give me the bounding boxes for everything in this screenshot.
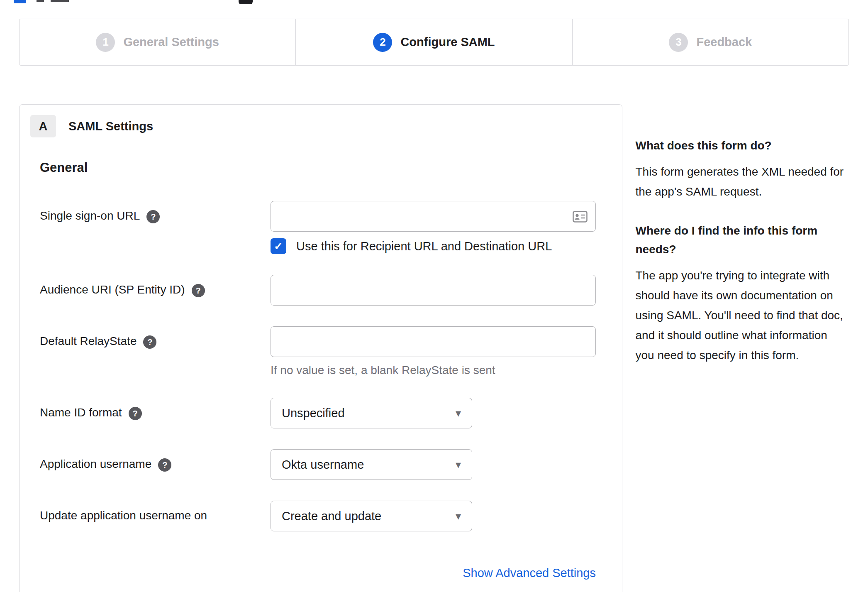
help-icon[interactable]: ? [129, 407, 142, 420]
field-label-cell: Default RelayState ? [40, 326, 271, 377]
name-id-format-select[interactable]: Unspecified ▾ [271, 398, 472, 428]
field-row-relay-state: Default RelayState ? If no value is set,… [20, 326, 622, 377]
help-icon[interactable]: ? [143, 335, 156, 349]
help-icon[interactable]: ? [158, 458, 171, 472]
field-row-update-username: Update application username on Create an… [20, 501, 622, 531]
chevron-down-icon: ▾ [456, 511, 461, 521]
field-label-cell: Application username ? [40, 449, 271, 480]
field-label-cell: Single sign-on URL ? [40, 201, 271, 254]
saml-settings-panel: A SAML Settings General Single sign-on U… [19, 104, 622, 592]
cropped-header-icon-fragment [239, 0, 253, 4]
application-username-label: Application username [40, 457, 151, 471]
check-icon: ✓ [274, 240, 283, 253]
general-group-title: General [40, 160, 622, 175]
field-row-audience-uri: Audience URI (SP Entity ID) ? [20, 275, 622, 306]
help-sidebar: What does this form do? This form genera… [636, 104, 849, 385]
field-label-cell: Audience URI (SP Entity ID) ? [40, 275, 271, 306]
show-advanced-settings-link[interactable]: Show Advanced Settings [463, 566, 596, 580]
recipient-url-checkbox-row: ✓ Use this for Recipient URL and Destina… [271, 238, 622, 254]
sidebar-question-2: Where do I find the info this form needs… [636, 222, 849, 259]
audience-uri-input[interactable] [271, 275, 596, 306]
single-sign-on-url-input[interactable] [271, 201, 596, 232]
help-icon[interactable]: ? [146, 210, 160, 223]
step-number-badge: 2 [373, 33, 392, 52]
cropped-header-fragment [37, 0, 44, 2]
default-relay-state-input[interactable] [271, 326, 596, 357]
wizard-stepper: 1 General Settings 2 Configure SAML 3 Fe… [19, 19, 849, 66]
selected-value: Create and update [282, 509, 381, 523]
update-username-label: Update application username on [40, 509, 207, 522]
relay-state-label: Default RelayState [40, 335, 137, 348]
field-label-cell: Update application username on [40, 501, 271, 531]
help-icon[interactable]: ? [192, 284, 205, 297]
step-feedback[interactable]: 3 Feedback [572, 19, 848, 65]
chevron-down-icon: ▾ [456, 459, 461, 470]
section-header: A SAML Settings [30, 115, 622, 137]
step-number-badge: 1 [96, 33, 115, 52]
selected-value: Unspecified [282, 406, 345, 420]
field-label-cell: Name ID format ? [40, 398, 271, 428]
field-row-name-id-format: Name ID format ? Unspecified ▾ [20, 398, 622, 428]
selected-value: Okta username [282, 458, 364, 472]
contact-card-icon[interactable] [573, 211, 588, 223]
section-title: SAML Settings [68, 120, 153, 133]
field-row-sso-url: Single sign-on URL ? ✓ [20, 201, 622, 254]
section-badge: A [30, 115, 56, 137]
update-username-select[interactable]: Create and update ▾ [271, 501, 472, 531]
chevron-down-icon: ▾ [456, 408, 461, 418]
sidebar-answer-2: The app you're trying to integrate with … [636, 266, 849, 366]
cropped-header-fragment [14, 0, 26, 3]
name-id-format-label: Name ID format [40, 406, 122, 419]
step-label: General Settings [123, 35, 219, 49]
recipient-url-checkbox[interactable]: ✓ [271, 238, 286, 254]
cropped-header-fragment [51, 0, 69, 2]
sso-url-label: Single sign-on URL [40, 209, 140, 223]
step-configure-saml[interactable]: 2 Configure SAML [295, 19, 572, 65]
step-number-badge: 3 [669, 33, 688, 52]
step-label: Feedback [696, 35, 752, 49]
audience-uri-label: Audience URI (SP Entity ID) [40, 283, 185, 296]
step-general-settings[interactable]: 1 General Settings [20, 19, 295, 65]
sidebar-answer-1: This form generates the XML needed for t… [636, 162, 849, 202]
application-username-select[interactable]: Okta username ▾ [271, 449, 472, 480]
recipient-url-checkbox-label[interactable]: Use this for Recipient URL and Destinati… [296, 240, 552, 253]
step-label: Configure SAML [400, 35, 495, 49]
sidebar-question-1: What does this form do? [636, 137, 849, 155]
relay-state-hint: If no value is set, a blank RelayState i… [271, 364, 622, 377]
field-row-application-username: Application username ? Okta username ▾ [20, 449, 622, 480]
